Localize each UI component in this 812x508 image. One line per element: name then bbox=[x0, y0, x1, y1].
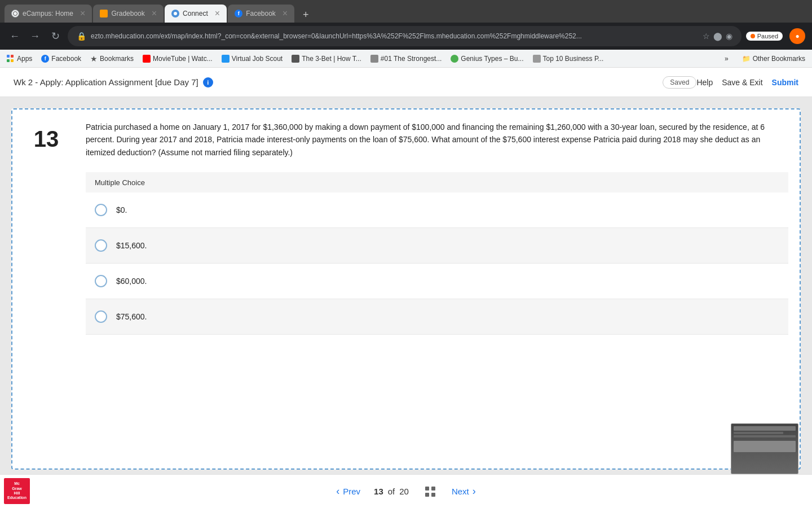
facebook-bm-label: Facebook bbox=[51, 55, 81, 63]
apps-grid-icon bbox=[7, 55, 15, 63]
svg-rect-2 bbox=[425, 493, 429, 497]
address-bar: ← → ↻ 🔒 ezto.mheducation.com/ext/map/ind… bbox=[0, 23, 812, 50]
submit-button[interactable]: Submit bbox=[772, 78, 798, 87]
back-button[interactable]: ← bbox=[7, 28, 23, 44]
app-header: Wk 2 - Apply: Application Assignment [du… bbox=[0, 68, 812, 97]
bookmark-genius[interactable]: Genius Types – Bu... bbox=[451, 55, 523, 63]
genius-label: Genius Types – Bu... bbox=[461, 55, 523, 63]
connect-tab-close[interactable]: × bbox=[211, 8, 220, 19]
help-button[interactable]: Help bbox=[696, 78, 713, 87]
bookmark-facebook[interactable]: f Facebook bbox=[41, 55, 81, 63]
option-c-text: $60,000. bbox=[116, 277, 147, 286]
ecampus-tab-title: eCampus: Home bbox=[23, 10, 73, 17]
star-icon: ★ bbox=[90, 54, 98, 63]
mc-label: Multiple Choice bbox=[95, 178, 145, 187]
top10-icon bbox=[533, 55, 541, 63]
paused-label: Paused bbox=[757, 33, 778, 40]
facebook-tab-close[interactable]: × bbox=[279, 8, 288, 19]
refresh-button[interactable]: ↻ bbox=[47, 28, 63, 44]
01strongest-icon bbox=[370, 55, 378, 63]
bookmark-virtualjob[interactable]: Virtual Job Scout bbox=[222, 55, 283, 63]
movietube-icon bbox=[143, 55, 151, 63]
current-page: 13 bbox=[374, 487, 383, 496]
orange-dot bbox=[751, 34, 755, 38]
save-exit-button[interactable]: Save & Exit bbox=[722, 78, 762, 87]
question-number-section: 13 bbox=[12, 110, 80, 468]
url-icons: ☆ ⬤ ◉ bbox=[703, 32, 732, 41]
header-actions: Help Save & Exit Submit bbox=[696, 78, 798, 87]
tab-bar: eCampus: Home × Gradebook × Connect × f … bbox=[0, 0, 812, 23]
mcgraw-hill-logo: McGrawHillEducation bbox=[0, 474, 34, 508]
extension-icon-1[interactable]: ⬤ bbox=[713, 32, 722, 41]
gradebook-tab-close[interactable]: × bbox=[148, 8, 157, 19]
prev-label: Prev bbox=[343, 487, 360, 496]
tab-ecampus[interactable]: eCampus: Home × bbox=[5, 5, 92, 23]
option-d-row[interactable]: $75,600. bbox=[86, 299, 788, 335]
facebook-tab-title: Facebook bbox=[246, 10, 276, 17]
url-bar[interactable]: 🔒 ezto.mheducation.com/ext/map/index.htm… bbox=[68, 26, 742, 46]
prev-arrow-icon: ‹ bbox=[336, 485, 339, 497]
thumb-block bbox=[734, 441, 796, 452]
bookmarks-apps[interactable]: Apps bbox=[7, 55, 32, 63]
option-d-text: $75,600. bbox=[116, 312, 147, 321]
question-container: 13 Patricia purchased a home on January … bbox=[11, 108, 801, 470]
bottom-navigation: ‹ Prev 13 of 20 Next › bbox=[0, 474, 812, 508]
movietube-label: MovieTube | Watc... bbox=[153, 55, 213, 63]
option-d-radio[interactable] bbox=[95, 310, 107, 323]
option-a-row[interactable]: $0. bbox=[86, 192, 788, 228]
grid-view-button[interactable] bbox=[422, 484, 438, 500]
thumb-line-2 bbox=[734, 432, 783, 434]
bookmark-star-icon[interactable]: ☆ bbox=[703, 32, 710, 41]
main-content: 13 Patricia purchased a home on January … bbox=[0, 97, 812, 474]
bookmark-01strongest[interactable]: #01 The Strongest... bbox=[370, 55, 442, 63]
prev-button[interactable]: ‹ Prev bbox=[336, 485, 360, 497]
bookmark-top10[interactable]: Top 10 Business P... bbox=[533, 55, 604, 63]
folder-icon: 📁 bbox=[742, 55, 751, 63]
extension-icon-2[interactable]: ◉ bbox=[726, 32, 732, 41]
other-bookmarks-label: Other Bookmarks bbox=[753, 55, 805, 63]
bookmarks-more-button[interactable]: » bbox=[725, 55, 729, 63]
option-b-radio[interactable] bbox=[95, 239, 107, 252]
tab-gradebook[interactable]: Gradebook × bbox=[93, 5, 164, 23]
option-b-row[interactable]: $15,600. bbox=[86, 228, 788, 264]
option-a-radio[interactable] bbox=[95, 204, 107, 216]
tab-connect[interactable]: Connect × bbox=[165, 5, 227, 23]
bookmark-movietube[interactable]: MovieTube | Watc... bbox=[143, 55, 213, 63]
question-body: Patricia purchased a home on January 1, … bbox=[80, 110, 800, 468]
saved-badge: Saved bbox=[663, 76, 696, 89]
bookmark-the3bet[interactable]: The 3-Bet | How T... bbox=[292, 55, 361, 63]
option-c-row[interactable]: $60,000. bbox=[86, 264, 788, 299]
page-info: 13 of 20 bbox=[374, 487, 409, 496]
bookmarks-bar: Apps f Facebook ★ Bookmarks MovieTube | … bbox=[0, 50, 812, 68]
the3bet-icon bbox=[292, 55, 299, 63]
info-icon[interactable]: i bbox=[203, 77, 213, 87]
next-button[interactable]: Next › bbox=[452, 485, 476, 497]
option-b-text: $15,600. bbox=[116, 241, 147, 250]
other-bookmarks[interactable]: 📁 Other Bookmarks bbox=[742, 55, 805, 63]
new-tab-button[interactable]: + bbox=[298, 7, 314, 23]
bookmark-bookmarks[interactable]: ★ Bookmarks bbox=[90, 54, 134, 63]
genius-icon bbox=[451, 55, 458, 63]
paused-badge: Paused bbox=[746, 32, 783, 41]
logo-box: McGrawHillEducation bbox=[4, 478, 30, 504]
gradebook-tab-title: Gradebook bbox=[111, 10, 144, 17]
thumbnail-inner bbox=[731, 424, 798, 474]
gradebook-favicon bbox=[100, 10, 108, 17]
next-label: Next bbox=[452, 487, 469, 496]
saved-label: Saved bbox=[670, 78, 689, 86]
connect-tab-title: Connect bbox=[183, 10, 208, 17]
ecampus-tab-close[interactable]: × bbox=[77, 8, 85, 19]
svg-rect-0 bbox=[425, 487, 429, 491]
facebook-bm-icon: f bbox=[41, 55, 49, 63]
facebook-favicon: f bbox=[235, 10, 242, 17]
forward-button[interactable]: → bbox=[27, 28, 43, 44]
tab-facebook[interactable]: f Facebook × bbox=[228, 5, 294, 23]
browser-chrome: eCampus: Home × Gradebook × Connect × f … bbox=[0, 0, 812, 50]
ecampus-favicon bbox=[11, 10, 19, 17]
question-text: Patricia purchased a home on January 1, … bbox=[86, 121, 788, 159]
url-text: ezto.mheducation.com/ext/map/index.html?… bbox=[91, 32, 698, 40]
connect-favicon bbox=[171, 10, 179, 17]
option-c-radio[interactable] bbox=[95, 275, 107, 287]
logo-text: McGrawHillEducation bbox=[7, 481, 27, 501]
profile-avatar[interactable]: ● bbox=[789, 28, 805, 44]
